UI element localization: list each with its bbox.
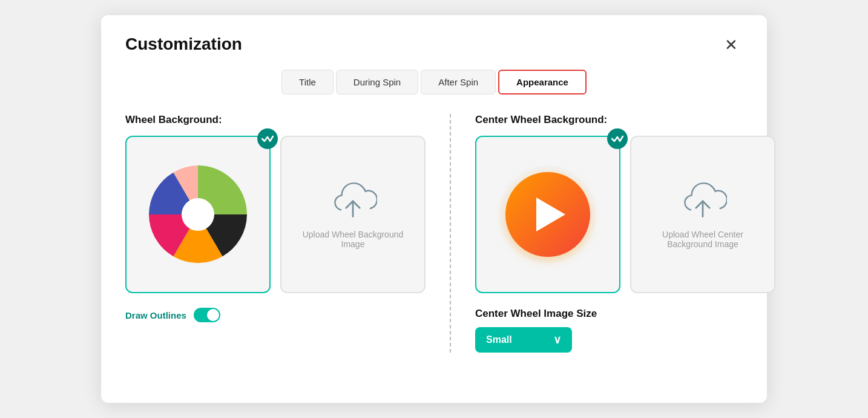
upload-center-background-label: Upload Wheel Center Background Image bbox=[643, 230, 762, 249]
center-wheel-size-title: Center Wheel Image Size bbox=[475, 308, 775, 320]
draw-outlines-row: Draw Outlines bbox=[125, 308, 426, 322]
customization-dialog: Customization ✕ Title During Spin After … bbox=[101, 15, 767, 403]
center-check-badge bbox=[607, 128, 628, 149]
close-button[interactable]: ✕ bbox=[720, 35, 743, 55]
left-panel: Wheel Background: bbox=[125, 114, 451, 353]
size-dropdown-value: Small bbox=[486, 334, 512, 345]
main-content: Wheel Background: bbox=[125, 114, 743, 353]
size-dropdown[interactable]: Small ∨ bbox=[475, 327, 572, 353]
center-wheel-upload-card[interactable]: Upload Wheel Center Background Image bbox=[630, 136, 775, 293]
check-badge bbox=[257, 128, 278, 149]
center-wheel-options: Upload Wheel Center Background Image bbox=[475, 136, 775, 293]
dropdown-arrow-icon: ∨ bbox=[553, 333, 561, 347]
wheel-background-title: Wheel Background: bbox=[125, 114, 426, 126]
center-wheel-size-section: Center Wheel Image Size Small ∨ bbox=[475, 308, 775, 353]
draw-outlines-toggle[interactable] bbox=[194, 308, 220, 322]
tab-after-spin[interactable]: After Spin bbox=[421, 70, 496, 95]
center-wheel-background-title: Center Wheel Background: bbox=[475, 114, 775, 126]
tab-appearance[interactable]: Appearance bbox=[498, 70, 587, 95]
upload-wheel-background-label: Upload Wheel Background Image bbox=[294, 230, 412, 249]
play-icon bbox=[536, 197, 565, 231]
wheel-background-upload-card[interactable]: Upload Wheel Background Image bbox=[280, 136, 426, 293]
svg-point-0 bbox=[182, 198, 214, 231]
center-wheel-preview bbox=[499, 166, 596, 263]
center-wheel-selected-card[interactable] bbox=[475, 136, 620, 293]
draw-outlines-label: Draw Outlines bbox=[125, 310, 186, 320]
tabs-row: Title During Spin After Spin Appearance bbox=[125, 70, 743, 95]
dialog-title: Customization bbox=[125, 35, 242, 54]
cloud-upload-icon bbox=[329, 180, 377, 222]
play-circle bbox=[505, 172, 590, 257]
dialog-header: Customization ✕ bbox=[125, 35, 743, 55]
right-panel: Center Wheel Background: bbox=[451, 114, 775, 353]
tab-during-spin[interactable]: During Spin bbox=[336, 70, 418, 95]
wheel-preview bbox=[143, 160, 252, 269]
tab-title[interactable]: Title bbox=[281, 70, 334, 95]
toggle-knob bbox=[207, 309, 219, 321]
wheel-background-options: Upload Wheel Background Image bbox=[125, 136, 426, 293]
wheel-background-selected-card[interactable] bbox=[125, 136, 271, 293]
cloud-upload-center-icon bbox=[679, 180, 727, 222]
